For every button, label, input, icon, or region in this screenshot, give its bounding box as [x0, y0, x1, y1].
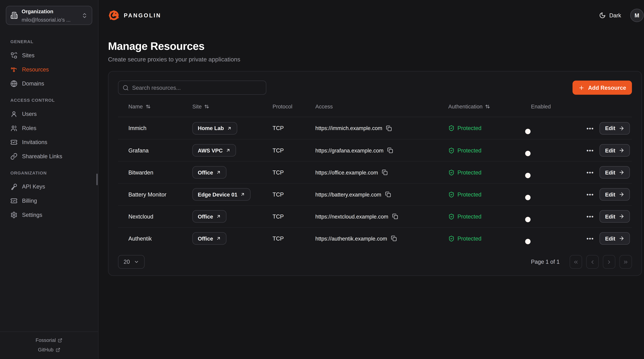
github-link[interactable]: GitHub — [38, 347, 60, 353]
arrow-right-icon — [619, 125, 624, 131]
sidebar-item-settings[interactable]: Settings — [5, 208, 93, 222]
page-size-select[interactable]: 20 — [118, 255, 144, 269]
sidebar-item-sites[interactable]: Sites — [5, 48, 93, 62]
sidebar-item-label: Settings — [22, 212, 42, 218]
edit-button[interactable]: Edit — [600, 210, 630, 223]
sidebar-item-billing[interactable]: Billing — [5, 194, 93, 208]
section-label-organization: ORGANIZATION — [5, 167, 93, 180]
avatar[interactable]: M — [630, 9, 644, 22]
edit-button[interactable]: Edit — [600, 232, 630, 245]
ticket-check-icon — [10, 138, 18, 146]
site-link[interactable]: Office — [192, 232, 226, 245]
sidebar-item-label: Invitations — [22, 139, 47, 145]
arrow-right-icon — [619, 214, 624, 219]
column-header-site[interactable]: Site — [192, 104, 272, 110]
table-row: Battery Monitor Edge Device 01 TCP https… — [118, 183, 632, 205]
topbar: PANGOLIN Dark M — [98, 0, 644, 31]
table-footer: 20 Page 1 of 1 — [118, 255, 632, 269]
access-url: https://battery.example.com — [315, 191, 381, 198]
building-icon — [10, 12, 18, 19]
key-icon — [10, 183, 18, 190]
site-link[interactable]: AWS VPC — [192, 144, 236, 156]
column-header-authentication[interactable]: Authentication — [448, 104, 531, 110]
edit-button[interactable]: Edit — [600, 144, 630, 156]
sidebar-item-users[interactable]: Users — [5, 107, 93, 121]
arrow-right-icon — [619, 148, 624, 153]
external-link-icon — [58, 338, 62, 342]
section-label-access-control: ACCESS CONTROL — [5, 94, 93, 107]
access-url: https://immich.example.com — [315, 125, 382, 131]
shield-check-icon — [448, 125, 454, 131]
copy-icon[interactable] — [386, 125, 392, 131]
copy-icon[interactable] — [392, 214, 398, 219]
column-header-enabled: Enabled — [531, 104, 585, 110]
site-link[interactable]: Home Lab — [192, 122, 237, 134]
resource-name: Grafana — [128, 147, 192, 154]
edit-button[interactable]: Edit — [600, 166, 630, 178]
card-toolbar: Add Resource — [118, 80, 632, 95]
pangolin-logo-icon — [108, 9, 120, 22]
auth-status: Protected — [457, 147, 481, 154]
resource-name: Nextcloud — [128, 213, 192, 220]
sidebar-item-label: Shareable Links — [22, 153, 62, 159]
fossorial-link-label: Fossorial — [36, 338, 56, 343]
receipt-check-icon — [10, 197, 18, 204]
chevrons-up-down-icon — [82, 12, 88, 18]
org-selector-value: milo@fossorial.io's ... — [22, 17, 70, 23]
next-page-button[interactable] — [603, 255, 615, 269]
sidebar-item-api-keys[interactable]: API Keys — [5, 180, 93, 194]
page-title: Manage Resources — [108, 40, 642, 53]
access-url: https://office.example.com — [315, 169, 378, 176]
protocol: TCP — [272, 213, 315, 220]
protocol: TCP — [272, 235, 315, 242]
edit-button[interactable]: Edit — [600, 122, 630, 134]
arrow-right-icon — [619, 192, 624, 197]
fossorial-link[interactable]: Fossorial — [36, 338, 62, 343]
last-page-button[interactable] — [620, 255, 632, 269]
resources-card: Add Resource Name Site P — [108, 71, 642, 276]
moon-icon — [599, 12, 606, 19]
user-icon — [10, 110, 18, 117]
sidebar-item-shareable-links[interactable]: Shareable Links — [5, 149, 93, 163]
first-page-button[interactable] — [570, 255, 582, 269]
resources-icon — [10, 66, 18, 73]
copy-icon[interactable] — [382, 170, 388, 175]
arrow-up-right-icon — [227, 126, 232, 131]
org-selector[interactable]: Organization milo@fossorial.io's ... — [6, 6, 92, 25]
sidebar-item-label: API Keys — [22, 183, 45, 190]
theme-toggle[interactable]: Dark — [599, 12, 621, 19]
pagination-status: Page 1 of 1 — [531, 259, 560, 265]
add-resource-label: Add Resource — [588, 84, 626, 91]
org-selector-label: Organization — [22, 9, 53, 14]
table-header: Name Site Protocol Access — [118, 96, 632, 117]
table-row: Authentik Office TCP https://authentik.e… — [118, 227, 632, 249]
sidebar-scrollbar-thumb[interactable] — [96, 174, 98, 185]
search-input[interactable] — [132, 84, 262, 91]
resource-name: Battery Monitor — [128, 191, 192, 198]
site-link[interactable]: Office — [192, 210, 226, 223]
gear-icon — [10, 211, 18, 218]
page-head: Manage Resources Create secure proxies t… — [98, 31, 644, 63]
add-resource-button[interactable]: Add Resource — [573, 80, 632, 95]
sidebar-item-roles[interactable]: Roles — [5, 121, 93, 135]
previous-page-button[interactable] — [586, 255, 599, 269]
access-url: https://grafana.example.com — [315, 147, 384, 154]
access-url: https://nextcloud.example.com — [315, 213, 388, 220]
site-link[interactable]: Office — [192, 166, 226, 178]
arrow-up-right-icon — [216, 214, 221, 219]
table-row: Bitwarden Office TCP https://office.exam… — [118, 161, 632, 183]
sidebar-item-resources[interactable]: Resources — [5, 62, 93, 76]
shield-check-icon — [448, 169, 454, 176]
protocol: TCP — [272, 147, 315, 154]
search-icon — [122, 84, 129, 91]
sidebar-item-invitations[interactable]: Invitations — [5, 135, 93, 149]
external-link-icon — [56, 348, 60, 352]
copy-icon[interactable] — [387, 148, 393, 153]
copy-icon[interactable] — [391, 236, 396, 241]
site-link[interactable]: Edge Device 01 — [192, 188, 251, 200]
copy-icon[interactable] — [385, 192, 391, 197]
auth-status: Protected — [457, 235, 481, 242]
sidebar-item-domains[interactable]: Domains — [5, 76, 93, 91]
column-header-name[interactable]: Name — [128, 104, 192, 110]
edit-button[interactable]: Edit — [600, 188, 630, 200]
